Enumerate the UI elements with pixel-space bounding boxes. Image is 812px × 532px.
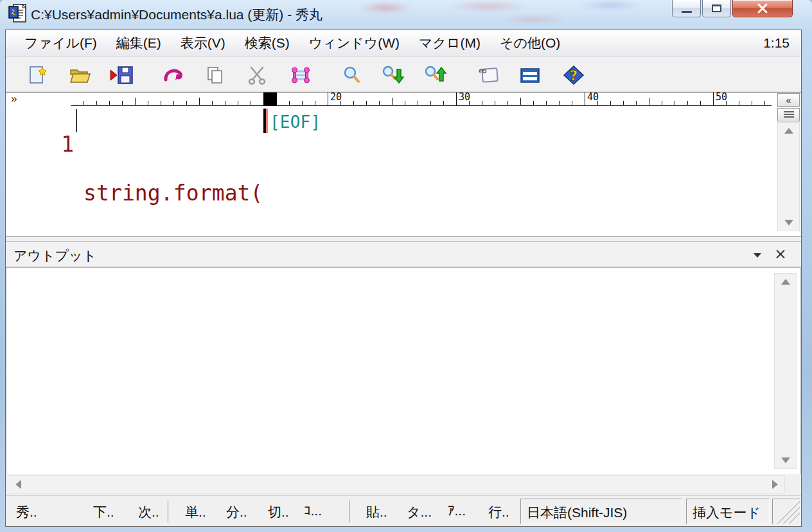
text-caret-accent: [266, 109, 268, 133]
horizontal-scrollbar[interactable]: [6, 475, 785, 493]
fnkey-next[interactable]: 次..: [138, 503, 159, 521]
fnkey-split[interactable]: 分..: [226, 503, 247, 521]
glass-reflection: [340, 0, 675, 27]
close-icon: [757, 3, 768, 13]
fnkey-paste[interactable]: 貼..: [366, 503, 387, 521]
menubar: ファイル(F) 編集(E) 表示(V) 検索(S) ウィンドウ(W) マクロ(M…: [6, 30, 801, 57]
output-panel-header[interactable]: アウトプット: [6, 241, 801, 267]
client-area: ファイル(F) 編集(E) 表示(V) 検索(S) ウィンドウ(W) マクロ(M…: [5, 30, 802, 527]
fnkey-outline[interactable]: ｱ...: [448, 503, 466, 519]
fnkey-copy[interactable]: ｺ...: [304, 503, 322, 519]
restore-button[interactable]: [702, 0, 731, 17]
menu-other[interactable]: その他(O): [490, 34, 570, 52]
editor-vertical-scrollbar[interactable]: [777, 122, 800, 231]
find-previous-button[interactable]: [423, 63, 448, 87]
undo-icon: [162, 64, 184, 86]
ruler-collapse-button[interactable]: «: [777, 93, 800, 107]
menu-window[interactable]: ウィンドウ(W): [299, 34, 409, 52]
paste-special-icon: [290, 64, 312, 86]
scroll-left-icon[interactable]: [15, 480, 21, 489]
open-file-button[interactable]: [67, 63, 92, 87]
line-number-separator: [76, 109, 77, 132]
scroll-down-icon[interactable]: [784, 220, 793, 226]
statusbar: 秀.. 下.. 次.. 単.. 分.. 切.. ｺ... 貼.. タ... ｱ.…: [6, 495, 801, 526]
svg-text:?: ?: [570, 67, 578, 84]
fnkey-down[interactable]: 下..: [93, 503, 114, 521]
split-window-icon: [518, 64, 542, 86]
output-panel-content[interactable]: [6, 267, 801, 474]
find-next-button[interactable]: [381, 63, 405, 87]
cut-button[interactable]: [245, 63, 269, 87]
hidemaru-app-icon: [8, 3, 28, 24]
window-title: C:¥Users¥admin¥Documents¥a.lua (更新) - 秀丸: [31, 6, 322, 24]
scroll-down-icon[interactable]: [781, 457, 790, 463]
statusbar-separator: [168, 501, 168, 522]
scroll-up-icon[interactable]: [784, 128, 793, 134]
output-panel-title: アウトプット: [13, 247, 96, 265]
fnkey-cut[interactable]: 切..: [268, 503, 289, 521]
minimize-icon: [682, 11, 692, 13]
help-button[interactable]: ?: [561, 63, 586, 87]
find-button[interactable]: [340, 63, 364, 87]
tag-jump-icon: [477, 64, 500, 86]
save-button[interactable]: [109, 63, 134, 87]
menu-edit[interactable]: 編集(E): [107, 34, 171, 52]
cut-icon: [246, 64, 268, 86]
ruler-number-40: 40: [585, 93, 599, 105]
titlebar[interactable]: C:¥Users¥admin¥Documents¥a.lua (更新) - 秀丸: [0, 0, 812, 30]
eof-marker: [EOF]: [270, 110, 321, 134]
paste-button[interactable]: [288, 63, 313, 87]
encoding-indicator[interactable]: 日本語(Shift-JIS): [520, 499, 682, 524]
ruler-baseline: [71, 105, 772, 106]
menu-macro[interactable]: マクロ(M): [409, 34, 490, 52]
restore-icon: [712, 4, 721, 12]
resize-grip[interactable]: [772, 499, 801, 524]
fnkey-hidemaru[interactable]: 秀..: [16, 503, 37, 521]
ruler-number-30: 30: [456, 93, 470, 105]
tag-jump-button[interactable]: [476, 63, 500, 87]
hidemaru-window: C:¥Users¥admin¥Documents¥a.lua (更新) - 秀丸…: [0, 0, 812, 532]
menu-search[interactable]: 検索(S): [235, 34, 299, 52]
output-close-icon[interactable]: [775, 249, 786, 259]
save-icon: [109, 64, 134, 86]
ruler-number-50: 50: [713, 93, 727, 105]
statusbar-separator: [349, 501, 349, 522]
menu-view[interactable]: 表示(V): [171, 34, 235, 52]
fnkey-tag[interactable]: タ...: [407, 503, 432, 521]
minimize-button[interactable]: [672, 0, 701, 17]
fnkey-word[interactable]: 単..: [185, 503, 206, 521]
code-text: string.format(: [84, 181, 263, 206]
outline-list-icon: [784, 111, 794, 119]
ruler: » 20 30 40 50: [6, 93, 801, 106]
ruler-ticks: 20 30 40 50: [84, 93, 772, 105]
split-window-button[interactable]: [518, 63, 542, 87]
menu-file[interactable]: ファイル(F): [15, 34, 107, 52]
output-vertical-scrollbar[interactable]: [774, 273, 797, 469]
ruler-number-20: 20: [328, 93, 342, 105]
close-button[interactable]: [732, 0, 793, 17]
outline-button[interactable]: [777, 108, 800, 121]
line-number: 1: [56, 132, 74, 157]
open-folder-icon: [69, 64, 91, 86]
fnkey-line[interactable]: 行..: [488, 503, 509, 521]
ruler-caret-marker: [263, 93, 277, 105]
copy-icon: [204, 64, 225, 86]
caret-position-indicator: 1:15: [763, 35, 790, 51]
search-icon: [341, 64, 363, 86]
ruler-overflow-chevron[interactable]: »: [11, 93, 17, 105]
search-down-icon: [381, 64, 405, 86]
scroll-right-icon[interactable]: [772, 480, 778, 489]
copy-button[interactable]: [202, 63, 227, 87]
search-up-icon: [423, 64, 448, 86]
output-menu-icon[interactable]: [754, 253, 761, 258]
input-mode-indicator[interactable]: 挿入モード: [686, 499, 770, 524]
help-icon: ?: [562, 64, 585, 86]
editor-pane[interactable]: » 20 30 40 50 «: [6, 92, 801, 237]
scroll-up-icon[interactable]: [781, 279, 790, 285]
new-file-icon: [26, 64, 48, 86]
toolbar: ?: [6, 57, 801, 92]
editor-line-1[interactable]: 1 string.format( [EOF]: [6, 108, 777, 134]
new-file-button[interactable]: [24, 63, 49, 87]
undo-button[interactable]: [161, 63, 185, 87]
